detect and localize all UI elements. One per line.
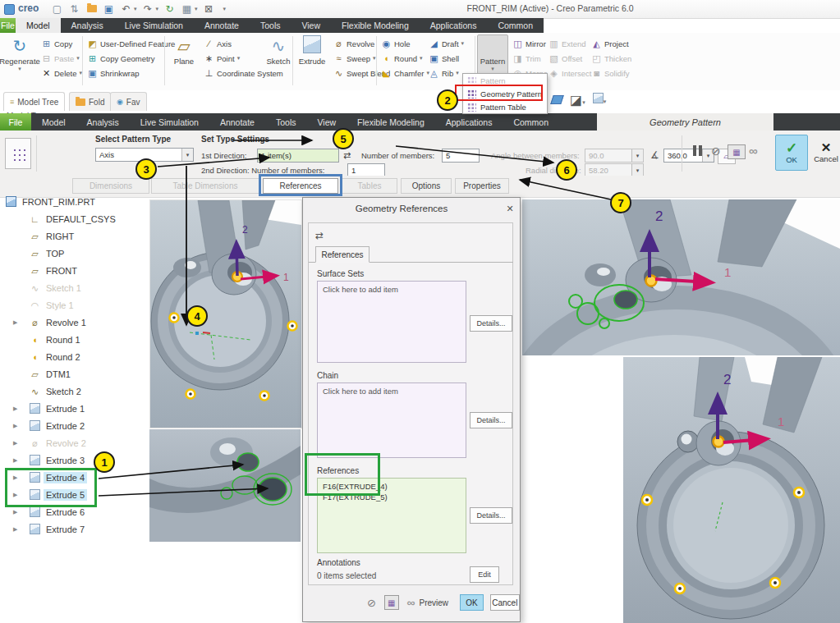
favorites-tab[interactable]: ◉ Fav (110, 92, 147, 111)
combo-arrow-icon[interactable]: ▾ (181, 149, 193, 161)
expand-arrow-icon[interactable]: ▶ (13, 526, 17, 533)
expand-arrow-icon[interactable]: ▶ (13, 405, 17, 412)
no-preview-icon[interactable]: ⊘ (367, 597, 376, 609)
expand-arrow-icon[interactable]: ▶ (13, 440, 17, 447)
expand-arrow-icon[interactable]: ▶ (13, 319, 17, 326)
import-icon[interactable]: ⇅ (68, 2, 80, 16)
saved-orientations-icon[interactable] (550, 95, 564, 104)
extrude-button[interactable]: Extrude (294, 35, 330, 66)
window-display-icon[interactable]: ▦ (181, 2, 193, 16)
close-window-icon[interactable]: ⊠ (203, 2, 215, 16)
dialog-title-bar[interactable]: Geometry References ✕ (303, 198, 520, 219)
preview-glasses-icon[interactable]: ∞ (407, 596, 415, 609)
copy-button[interactable]: ⊞Copy (39, 36, 84, 51)
references-details-button[interactable]: Details... (470, 507, 512, 524)
tab-geometry-pattern[interactable]: Geometry Pattern (597, 113, 773, 131)
verify-toggle-icon[interactable]: ▦ (728, 144, 746, 159)
tab-properties[interactable]: Properties (455, 178, 509, 194)
redo-icon[interactable]: ↷ (142, 2, 154, 16)
display-dropdown-icon[interactable]: ▾ (195, 6, 198, 12)
mirror-button[interactable]: ◫Mirror (511, 36, 549, 51)
ok-button[interactable]: ✓ OK (775, 135, 808, 171)
extend-button[interactable]: ▥Extend (547, 36, 593, 51)
cancel-button[interactable]: ✕ Cancel (811, 135, 840, 169)
tab-file[interactable]: File (0, 18, 16, 33)
no-preview-icon[interactable]: ⊘ (711, 144, 721, 158)
tab-common[interactable]: Common (487, 18, 544, 33)
project-button[interactable]: ◭Project (590, 36, 633, 51)
tab-analysis-2[interactable]: Analysis (76, 113, 130, 131)
tab-analysis[interactable]: Analysis (61, 18, 114, 33)
tab-common-2[interactable]: Common (503, 113, 559, 131)
tab-model[interactable]: Model (16, 18, 61, 33)
surface-sets-details-button[interactable]: Details... (470, 315, 512, 332)
tab-model-2[interactable]: Model (31, 113, 76, 131)
draft-button[interactable]: ◢Draft▾ (427, 36, 466, 51)
thicken-button[interactable]: ◰Thicken (590, 51, 633, 66)
expand-arrow-icon[interactable]: ▶ (13, 509, 17, 515)
direction2-arrow[interactable] (236, 245, 237, 276)
model-view-zoom-hub[interactable]: 2 1 (522, 199, 840, 355)
model-view-selected-extrudes[interactable] (149, 429, 301, 542)
trim-button[interactable]: ◨Trim (511, 51, 549, 66)
tab-options[interactable]: Options (401, 178, 452, 194)
annotations-edit-button[interactable]: Edit (470, 566, 499, 583)
tab-applications[interactable]: Applications (420, 18, 488, 33)
new-file-icon[interactable]: ▢ (51, 2, 63, 16)
user-defined-feature-button[interactable]: ◩User-Defined Feature (85, 36, 177, 51)
qat-more-icon[interactable]: ▾ (223, 6, 227, 12)
menu-item-pattern-table[interactable]: Pattern Table (463, 100, 547, 113)
regenerate-quick-icon[interactable]: ↻ (163, 2, 176, 16)
rib-button[interactable]: ◬Rib▾ (427, 66, 466, 80)
coordinate-system-button[interactable]: ⊥Coordinate System (202, 66, 285, 80)
copy-geometry-button[interactable]: ⊞Copy Geometry (85, 51, 177, 66)
model-view-result[interactable]: 2 1 (623, 357, 840, 623)
number-of-members-field[interactable]: 5 (442, 149, 480, 163)
chamfer-button[interactable]: ◣Chamfer▾ (379, 66, 431, 80)
close-icon[interactable]: ✕ (500, 204, 520, 214)
dialog-cancel-button[interactable]: Cancel (490, 594, 520, 611)
open-icon[interactable] (85, 2, 98, 16)
sketch-button[interactable]: ∿ Sketch (264, 35, 292, 66)
tab-annotate-2[interactable]: Annotate (209, 113, 265, 131)
verify-toggle-icon[interactable]: ▦ (384, 595, 399, 610)
chain-listbox[interactable]: Click here to add item (317, 383, 466, 458)
tab-tools[interactable]: Tools (250, 18, 291, 33)
display-style-icon[interactable]: ◪▾ (570, 92, 585, 108)
tab-applications-2[interactable]: Applications (435, 113, 503, 131)
chain-details-button[interactable]: Details... (470, 412, 512, 428)
undo-dropdown-icon[interactable]: ▾ (134, 6, 137, 12)
round-button[interactable]: ◖Round▾ (379, 51, 431, 66)
first-direction-collector[interactable]: 1 item(s) (257, 149, 339, 163)
regenerate-button[interactable]: ↻ Regenerate ▾ (2, 35, 38, 72)
pause-icon[interactable] (691, 145, 703, 158)
save-icon[interactable]: ▣ (103, 2, 115, 16)
shrinkwrap-button[interactable]: ▣Shrinkwrap (85, 66, 177, 80)
redo-dropdown-icon[interactable]: ▾ (156, 6, 159, 12)
paste-button[interactable]: ⊟Paste▾ (39, 51, 84, 66)
solidify-button[interactable]: ◙Solidify (590, 66, 633, 80)
flip-direction-icon[interactable]: ⇄ (343, 150, 351, 161)
tab-live-simulation[interactable]: Live Simulation (114, 18, 194, 33)
expand-arrow-icon[interactable]: ▶ (13, 423, 17, 429)
shell-button[interactable]: ▣Shell (427, 51, 466, 66)
tab-live-simulation-2[interactable]: Live Simulation (130, 113, 209, 131)
total-angle-combo[interactable]: 360.0 ▾ (663, 149, 714, 163)
tab-file-2[interactable]: File (0, 113, 31, 131)
offset-button[interactable]: ▧Offset (547, 51, 593, 66)
surface-sets-listbox[interactable]: Click here to add item (317, 281, 466, 363)
tab-tools-2[interactable]: Tools (265, 113, 307, 131)
model-view-front[interactable]: 1 2 (149, 199, 302, 428)
hole-button[interactable]: ◉Hole (379, 36, 431, 51)
dialog-ok-button[interactable]: OK (460, 594, 484, 611)
swap-references-icon[interactable]: ⇄ (315, 230, 324, 241)
expand-arrow-icon[interactable]: ▶ (13, 457, 17, 464)
delete-button[interactable]: ✕Delete▾ (39, 66, 84, 80)
dialog-tab-references[interactable]: References (315, 246, 370, 263)
intersect-button[interactable]: ◈Intersect (547, 66, 593, 80)
show-annotations-icon[interactable]: ▾ (593, 92, 607, 107)
tab-view[interactable]: View (291, 18, 331, 33)
plane-button[interactable]: ▱ Plane (166, 35, 202, 66)
folder-browser-tab[interactable]: Fold (69, 92, 111, 111)
tab-flexible-modeling-2[interactable]: Flexible Modeling (347, 113, 435, 131)
